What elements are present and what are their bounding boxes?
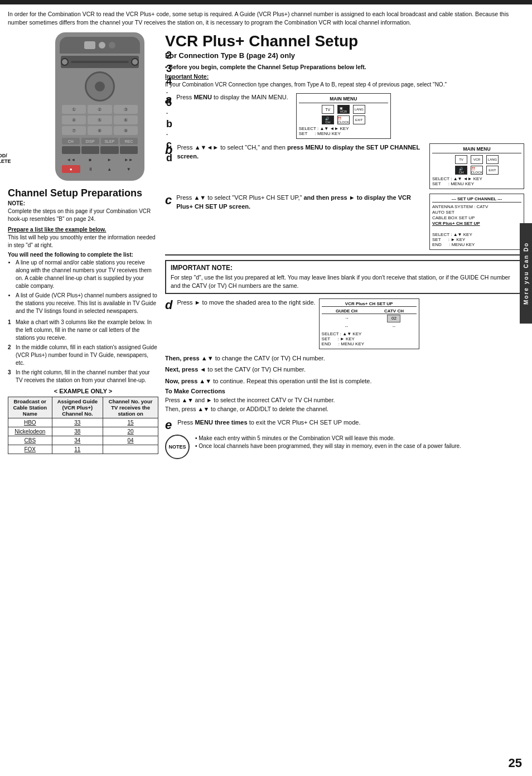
cell-hbo-name: HBO: [8, 418, 52, 427]
icon-tv: TV: [322, 105, 334, 114]
csp-prepare-body: This list will help you smoothly enter t…: [8, 234, 158, 249]
step-a-content-wrap: Press MENU to display the MAIN MENU. MAI…: [176, 93, 391, 139]
important-note-body: If your Combination VCR Connection type …: [165, 81, 524, 89]
tape-reel-left: [61, 58, 69, 66]
notes-section: NOTES • Make each entry within 5 minutes…: [165, 435, 524, 459]
trans-btn-rew: ◄◄: [62, 156, 80, 163]
func-btn-6: [81, 146, 100, 154]
step-b-text: Press ▲▼◄► to select "CH," and then pres…: [177, 143, 422, 161]
important-note-box: IMPORTANT NOTE: For step "d", use the li…: [165, 260, 524, 293]
cell-nick-guide: 38: [52, 427, 103, 436]
csp-step-3: 3 In the right column, fill in the chann…: [8, 369, 158, 384]
cell-hbo-guide: 33: [52, 418, 103, 427]
nav-center: [95, 81, 105, 91]
remote-illustration: 1 2 6 · a b · e: [22, 32, 144, 181]
step-a: a Press MENU to display the MAIN MENU. M…: [165, 93, 524, 139]
table-header-2: Assigned Guide(VCR Plus+)Channel No.: [52, 397, 103, 418]
vcr-shaded: 02: [371, 314, 416, 323]
step-d-text: Press ► to move the shaded area to the r…: [177, 298, 315, 307]
trans-btn-stop: ■: [81, 156, 100, 163]
func-btn-4: REC: [120, 138, 138, 144]
step-num-1: 1: [8, 319, 11, 326]
setup-screen-title: --- SET UP CHANNEL ---: [432, 196, 521, 203]
num-btn-7: ⑦: [62, 126, 86, 135]
step-c: c Press ▲▼ to select "VCR Plus+ CH SET U…: [165, 194, 524, 250]
csp-title: Channel Setup Preparations: [8, 187, 158, 199]
step-d: d Press ► to move the shaded area to the…: [165, 298, 524, 349]
num-btn-4: ④: [62, 115, 86, 124]
cell-hbo-ch: 15: [103, 418, 158, 427]
setup-screen-select: SELECT : ▲▼ KEYSET : ► KEYEND : MENU KEY: [432, 232, 521, 247]
example-title: < EXAMPLE ONLY >: [8, 388, 158, 394]
table-row-nick: Nickelodeon 38 20: [8, 427, 158, 436]
table-row-hbo: HBO 33 15: [8, 418, 158, 427]
remote-top-btn: [84, 41, 95, 49]
b-icon-ch: 🔊CH: [455, 166, 467, 175]
icon-ch: 🔊CH: [322, 115, 334, 124]
icon-clock: ⏰CLOCK: [337, 115, 350, 124]
important-note-title: Important Note:: [165, 73, 524, 80]
cell-nick-ch: 20: [103, 427, 158, 436]
csp-note-title: NOTE:: [8, 200, 158, 206]
remote-func-row: CH DISP SLEP REC: [62, 138, 138, 144]
step-num-3: 3: [8, 369, 11, 377]
b-icon-tv: TV: [455, 155, 467, 164]
csp-note-text: Complete the steps on this page if your …: [8, 208, 158, 223]
remote-top: [60, 37, 140, 54]
step-b-icons-2: 🔊CH ⏰CLOCK EXIT: [432, 166, 521, 175]
remote-transport: ◄◄ ■ ► ►►: [62, 156, 138, 163]
trans-btn-pause: ⏸: [81, 165, 100, 173]
b-icon-clock: ⏰CLOCK: [471, 166, 483, 175]
main-menu-icons-2: 🔊CH ⏰CLOCK EXIT: [299, 115, 388, 124]
csp-step-2: 2 In the middle column, fill in each sta…: [8, 344, 158, 367]
main-menu-title: MAIN MENU: [299, 96, 388, 103]
shaded-area: 02: [387, 315, 400, 322]
step-b: b Press ▲▼◄► to select "CH," and then pr…: [165, 143, 524, 189]
trans-btn-ff: ►►: [120, 156, 138, 163]
remote-tape: [61, 56, 139, 68]
step-a-text: Press MENU to display the MAIN MENU.: [176, 93, 288, 102]
then-press-3: Now, press ▲▼ to continue. Repeat this o…: [165, 377, 524, 386]
before-note: • Before you begin, complete the Channel…: [165, 63, 524, 71]
step-num-2: 2: [8, 344, 11, 351]
cell-cbs-name: CBS: [8, 436, 52, 445]
step-b-screen-title: MAIN MENU: [432, 146, 521, 153]
vcr-plus-subtitle: For Connection Type B (page 24) only: [165, 51, 524, 60]
vcr-plus-title: VCR Plus+ Channel Setup: [165, 32, 524, 50]
main-menu-icons: TV ▣VCR LANG: [299, 105, 388, 114]
trans-btn-ch-dn: ▼: [120, 165, 138, 173]
func-btn-8: [120, 146, 138, 154]
add-delete-label: ADD/DELETE: [0, 153, 11, 164]
csp-num-list: 1 Make a chart with 3 columns like the e…: [8, 319, 158, 384]
setup-item-antenna: ANTENNA SYSTEM : CATV: [432, 204, 521, 209]
step-e-text: Press MENU three times to exit the VCR P…: [177, 418, 524, 427]
left-column: 1 2 6 · a b · e: [8, 32, 158, 459]
b-icon-vcr: VCR: [471, 155, 483, 164]
csp-bullet-list: A line up of normal and/or cable station…: [8, 259, 158, 315]
func-btn-3: SLEP: [101, 138, 119, 144]
num-btn-5: ⑤: [88, 115, 112, 124]
func-btn-1: CH: [62, 138, 80, 144]
step-c-letter: c: [165, 194, 172, 206]
table-row-cbs: CBS 34 04: [8, 436, 158, 445]
channel-setup-preparations: Channel Setup Preparations NOTE: Complet…: [8, 187, 158, 454]
num-btn-2: ②: [88, 105, 112, 114]
func-btn-7: [100, 146, 119, 154]
tape-reel-right: [131, 58, 139, 66]
step-a-screen: MAIN MENU TV ▣VCR LANG 🔊CH ⏰CLOCK EXIT S…: [296, 93, 391, 139]
vcr-blank-1: --: [322, 323, 372, 329]
icon-language: LANG: [353, 105, 365, 114]
cell-fox-ch: [103, 445, 158, 454]
remote-bottom2: ● ⏸ ▲ ▼: [62, 165, 138, 173]
vcr-plus-row-2: -- --: [322, 323, 417, 329]
setup-item-cable: CABLE BOX SET UP: [432, 215, 521, 220]
csp-step-1: 1 Make a chart with 3 columns like the e…: [8, 319, 158, 342]
top-bar: [0, 0, 532, 4]
vcr-plus-screen-title: VCR Plus+ CH SET UP: [322, 301, 417, 307]
setup-item-auto: AUTO SET: [432, 210, 521, 215]
b-icon-lang: LANG: [486, 155, 499, 164]
vcr-plus-select: SELECT : ▲▼ KEYSET : ► KEYEND : MENU KEY: [322, 331, 417, 346]
remote-top-circle: [99, 42, 105, 49]
vcr-plus-col-guide: GUIDE CH: [322, 309, 372, 314]
num-btn-6: ⑥: [114, 115, 138, 124]
